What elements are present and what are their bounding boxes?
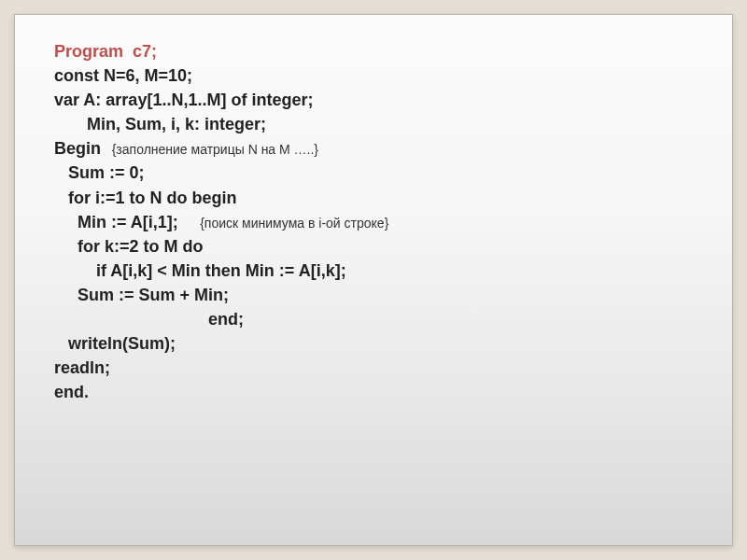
code-line: Min, Sum, i, k: integer;	[54, 115, 266, 133]
code-line: if A[i,k] < Min then Min := A[i,k];	[54, 261, 346, 280]
code-line: for k:=2 to M do	[54, 237, 204, 256]
code-line: end;	[54, 310, 244, 329]
code-line: Begin	[54, 139, 101, 158]
code-line: Sum := 0;	[54, 163, 145, 182]
code-comment: {поиск минимума в i-ой строке}	[178, 216, 388, 231]
slide-frame: Program c7; const N=6, M=10; var A: arra…	[14, 14, 733, 546]
code-block: Program c7; const N=6, M=10; var A: arra…	[54, 39, 693, 404]
code-line: writeln(Sum);	[54, 334, 176, 353]
code-line: end.	[54, 383, 89, 401]
program-header: Program c7;	[54, 42, 157, 61]
code-line: Min := A[i,1];	[54, 213, 178, 231]
code-line: readln;	[54, 358, 110, 377]
code-line: var A: array[1..N,1..M] of integer;	[54, 91, 313, 109]
code-line: Sum := Sum + Min;	[54, 286, 229, 304]
code-comment: {заполнение матрицы N на M …..}	[101, 142, 318, 157]
code-line: const N=6, M=10;	[54, 66, 192, 85]
code-line: for i:=1 to N do begin	[54, 189, 237, 207]
